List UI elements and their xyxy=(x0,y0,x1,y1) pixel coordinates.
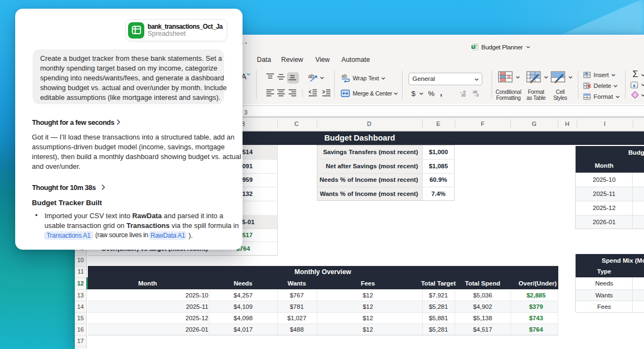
svg-text:ab: ab xyxy=(342,73,347,79)
svg-text:X: X xyxy=(472,45,475,48)
svg-text:→0: →0 xyxy=(473,93,479,97)
svg-text:.00: .00 xyxy=(461,93,466,97)
